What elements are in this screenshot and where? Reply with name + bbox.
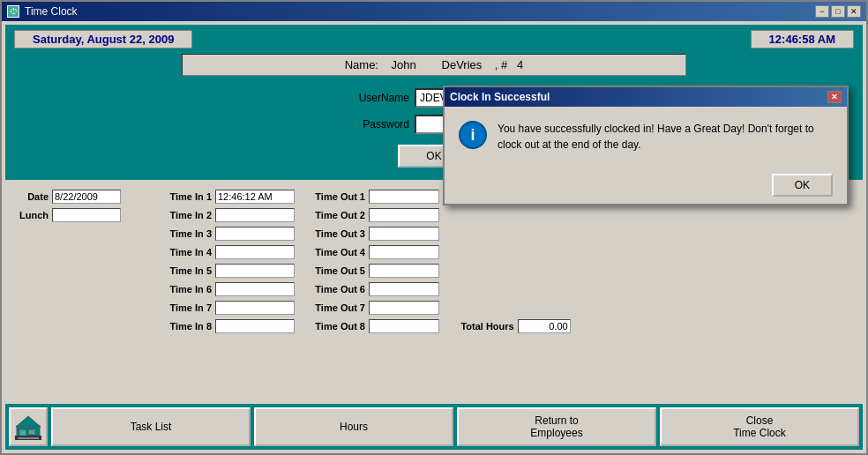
home-icon-button[interactable]: [9, 407, 48, 446]
time-in-4-row: Time In 4: [150, 244, 295, 260]
time-in-2-label: Time In 2: [150, 210, 212, 220]
app-icon: ⏱: [7, 5, 19, 18]
time-out-6-row: Time Out 6: [303, 281, 571, 297]
time-out-5-row: Time Out 5: [303, 263, 571, 279]
date-time-row: Saturday, August 22, 2009 12:46:58 AM: [14, 30, 854, 48]
lunch-label: Lunch: [18, 210, 49, 220]
time-in-1-row: Time In 1: [150, 189, 295, 205]
time-out-7-row: Time Out 7: [303, 300, 571, 316]
time-out-1-label: Time Out 1: [303, 191, 365, 202]
date-display: Saturday, August 22, 2009: [14, 30, 192, 48]
task-list-button[interactable]: Task List: [51, 407, 251, 446]
time-in-2-input[interactable]: [215, 208, 295, 222]
password-label: Password: [348, 118, 409, 131]
name-row: Name: John DeVries , # 4: [182, 54, 685, 76]
time-in-5-row: Time In 5: [150, 263, 295, 279]
time-out-8-input[interactable]: [369, 319, 439, 333]
maximize-button[interactable]: □: [831, 5, 845, 18]
time-in-3-row: Time In 3: [150, 226, 295, 242]
time-in-8-label: Time In 8: [150, 321, 212, 332]
time-out-3-input[interactable]: [369, 227, 439, 241]
lunch-input[interactable]: [52, 208, 121, 222]
data-main: Date Lunch Time In 1 Time In 2: [14, 185, 854, 338]
time-display: 12:46:58 AM: [751, 30, 854, 48]
time-out-6-label: Time Out 6: [303, 284, 365, 295]
date-row: Date: [18, 189, 141, 205]
hours-button[interactable]: Hours: [254, 407, 453, 446]
time-in-6-row: Time In 6: [150, 281, 295, 297]
time-in-5-label: Time In 5: [150, 265, 212, 276]
return-to-employees-button[interactable]: Return to Employees: [457, 407, 656, 446]
close-window-button[interactable]: ✕: [847, 5, 861, 18]
main-window: ⏱ Time Clock − □ ✕ Saturday, August 22, …: [0, 0, 868, 455]
time-out-1-input[interactable]: [369, 190, 439, 204]
total-hours-input[interactable]: [518, 319, 571, 333]
time-out-3-label: Time Out 3: [303, 228, 365, 239]
time-out-4-row: Time Out 4: [303, 244, 571, 260]
time-in-3-label: Time In 3: [150, 228, 212, 239]
id-value: 4: [517, 58, 523, 71]
dialog-title-bar: Clock In Successful ✕: [445, 87, 847, 107]
minimize-button[interactable]: −: [815, 5, 829, 18]
svg-marker-3: [16, 416, 41, 427]
total-hours-label: Total Hours: [453, 321, 514, 332]
date-label: Date: [18, 191, 49, 202]
home-icon: [15, 414, 41, 440]
date-input[interactable]: [52, 190, 121, 204]
time-in-7-row: Time In 7: [150, 300, 295, 316]
dialog-close-button[interactable]: ✕: [827, 91, 842, 103]
info-icon: i: [459, 121, 487, 149]
time-in-8-input[interactable]: [215, 319, 295, 333]
time-in-7-input[interactable]: [215, 301, 295, 315]
time-out-8-row: Time Out 8 Total Hours: [303, 318, 571, 334]
time-out-2-label: Time Out 2: [303, 210, 365, 220]
title-bar-left: ⏱ Time Clock: [7, 5, 78, 18]
dialog-ok-button[interactable]: OK: [772, 174, 833, 197]
time-in-8-row: Time In 8: [150, 318, 295, 334]
svg-rect-2: [28, 429, 35, 435]
time-in-1-input[interactable]: [215, 190, 295, 204]
time-out-2-row: Time Out 2: [303, 207, 571, 223]
time-out-2-input[interactable]: [369, 208, 439, 222]
time-out-3-row: Time Out 3: [303, 226, 571, 242]
time-in-7-label: Time In 7: [150, 302, 212, 313]
window-title: Time Clock: [25, 5, 78, 18]
data-section: Date Lunch Time In 1 Time In 2: [5, 180, 863, 404]
time-in-4-label: Time In 4: [150, 247, 212, 257]
lunch-row: Lunch: [18, 207, 141, 223]
time-out-4-label: Time Out 4: [303, 247, 365, 257]
time-in-6-label: Time In 6: [150, 284, 212, 295]
time-out-7-label: Time Out 7: [303, 302, 365, 313]
data-center: Time In 1 Time In 2 Time In 3 Time In 4: [150, 189, 295, 334]
last-name: DeVries: [442, 58, 483, 71]
time-out-5-input[interactable]: [369, 264, 439, 278]
clock-in-dialog: Clock In Successful ✕ i You have success…: [443, 86, 849, 205]
dialog-footer: OK: [445, 167, 847, 204]
data-right: Time Out 1 Time Out 2 Time Out 3 Time Ou…: [303, 189, 571, 334]
username-label: UserName: [348, 92, 409, 104]
svg-rect-5: [18, 437, 39, 439]
name-label: Name:: [345, 58, 378, 71]
time-out-6-input[interactable]: [369, 282, 439, 296]
id-label: , #: [495, 58, 507, 71]
time-in-1-label: Time In 1: [150, 191, 212, 202]
dialog-title: Clock In Successful: [450, 91, 550, 103]
time-out-4-input[interactable]: [369, 245, 439, 259]
data-left: Date Lunch: [18, 189, 141, 334]
time-in-4-input[interactable]: [215, 245, 295, 259]
close-time-clock-button[interactable]: Close Time Clock: [660, 407, 859, 446]
time-in-3-input[interactable]: [215, 227, 295, 241]
dialog-content: i You have successfully clocked in! Have…: [445, 107, 847, 167]
dialog-message: You have successfully clocked in! Have a…: [498, 121, 833, 153]
time-out-5-label: Time Out 5: [303, 265, 365, 276]
toolbar: Task List Hours Return to Employees Clos…: [5, 404, 863, 450]
time-out-7-input[interactable]: [369, 301, 439, 315]
time-in-6-input[interactable]: [215, 282, 295, 296]
time-out-8-label: Time Out 8: [303, 321, 365, 332]
title-bar-buttons: − □ ✕: [815, 5, 861, 18]
first-name: John: [391, 58, 415, 71]
time-in-2-row: Time In 2: [150, 207, 295, 223]
title-bar: ⏱ Time Clock − □ ✕: [2, 2, 866, 21]
time-in-5-input[interactable]: [215, 264, 295, 278]
